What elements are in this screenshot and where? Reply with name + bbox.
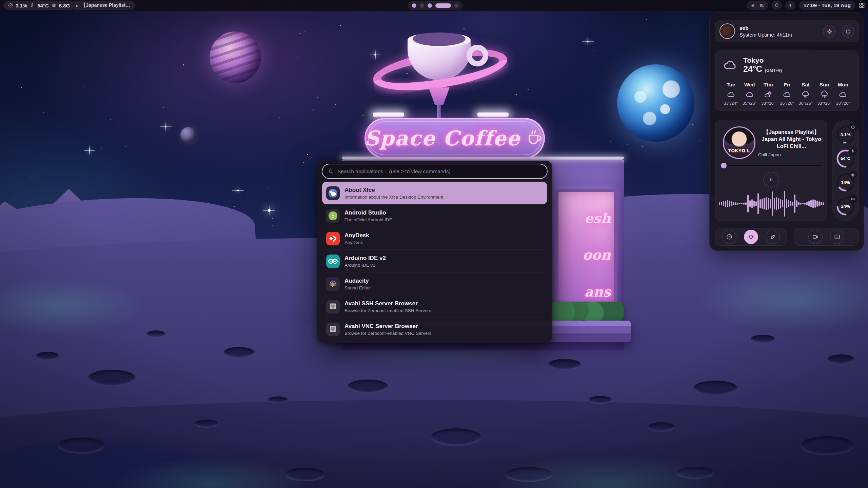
power-profile-button[interactable]: [722, 230, 736, 244]
system-tray[interactable]: [747, 1, 768, 10]
launcher-item[interactable]: Avahi SSH Server Browser Browse for Zero…: [322, 295, 547, 318]
star: [59, 66, 59, 67]
crater: [693, 381, 737, 395]
top-panel: 3.1% 54°C 6.8G 【Japanese Playlist】 J... …: [0, 0, 868, 11]
gauge-icon: [851, 149, 855, 153]
power-profile-button[interactable]: [766, 230, 780, 244]
window-neon-word: ans: [584, 284, 611, 300]
system-stats-pill[interactable]: 3.1% 54°C 6.8G: [3, 1, 74, 10]
workspace-dot[interactable]: [435, 3, 451, 8]
profile-icon: [726, 233, 733, 240]
workspace-dot[interactable]: [412, 3, 416, 8]
star: [110, 119, 111, 120]
clock-pill[interactable]: 17:09 - Tue, 19 Aug: [799, 1, 855, 10]
visualizer-bar: [768, 198, 769, 209]
forecast-day-name: Fri: [777, 82, 796, 87]
power-profile-button[interactable]: [744, 230, 758, 244]
app-list: About Xfce Information about the Xfce De…: [322, 182, 547, 341]
search-input[interactable]: [337, 168, 541, 175]
workspace-dot[interactable]: [420, 3, 424, 8]
album-art: [723, 126, 755, 159]
pause-icon: [75, 3, 79, 8]
app-launcher: About Xfce Information about the Xfce De…: [317, 161, 552, 343]
paw-tray-icon[interactable]: [750, 3, 755, 8]
workspace-dot[interactable]: [454, 3, 459, 8]
visualizer-bar: [802, 203, 804, 204]
star: [64, 127, 64, 127]
star: [43, 152, 43, 153]
neon-sign: Space Coffee: [364, 118, 545, 159]
forecast-weather-icon: [801, 90, 810, 99]
memory-usage: 6.8G: [59, 3, 70, 8]
visualizer-bar: [786, 199, 787, 208]
app-icon: [326, 255, 340, 268]
launcher-item[interactable]: About Xfce Information about the Xfce De…: [322, 182, 547, 204]
visualizer-bar: [780, 199, 781, 208]
star: [267, 114, 267, 115]
visualizer-bar: [816, 201, 818, 207]
track-title: 【Japanese Playlist】 Japan All Night - To…: [758, 128, 825, 150]
app-description: Browse for Zeroconf-enabled SSH Servers: [344, 308, 431, 313]
power-profile-buttons: [715, 228, 787, 246]
visualizer-bar: [821, 202, 822, 205]
star: [692, 124, 693, 125]
pause-icon: [768, 177, 774, 183]
crater: [58, 438, 105, 454]
app-name: Avahi VNC Server Browser: [344, 323, 432, 330]
forecast-temps: 33°/26°: [759, 101, 777, 106]
pause-button[interactable]: [764, 172, 779, 187]
star: [317, 97, 318, 98]
forecast-day-name: Mon: [834, 82, 852, 87]
star: [84, 87, 84, 88]
launcher-item[interactable]: Audacity Sound Editor: [322, 272, 547, 295]
capture-button[interactable]: [830, 230, 844, 244]
wallpaper-tray-icon[interactable]: [760, 3, 765, 8]
star: [101, 148, 102, 149]
search-bar[interactable]: [322, 164, 548, 179]
workspace-indicator[interactable]: [408, 1, 463, 10]
crater: [223, 347, 255, 358]
window-neon-word: oon: [583, 247, 611, 263]
seek-handle[interactable]: [721, 163, 727, 168]
app-name: AnyDesk: [344, 232, 369, 239]
gauge-icon: [851, 125, 855, 129]
star: [303, 162, 304, 163]
settings-button[interactable]: [823, 25, 836, 38]
star: [123, 105, 123, 106]
workspace-dot[interactable]: [428, 3, 432, 8]
visualizer-bar: [818, 201, 820, 206]
capture-button[interactable]: [808, 230, 823, 244]
star: [232, 117, 232, 117]
bell-icon: [774, 3, 780, 8]
visualizer-bar: [800, 203, 802, 205]
weather-city: Tokyo: [743, 56, 782, 64]
system-uptime: System Uptime: 4h11m: [739, 32, 818, 38]
app-icon: [326, 323, 340, 336]
seek-bar[interactable]: [721, 162, 822, 168]
launcher-item[interactable]: Arduino IDE v2 Arduino IDE v2: [322, 250, 547, 272]
roof-light: [477, 113, 509, 117]
forecast-day-name: Sat: [796, 82, 815, 87]
now-playing-pill[interactable]: 【Japanese Playlist】 J...: [71, 1, 135, 10]
forecast-weather-icon: [820, 90, 829, 99]
dashboard-grid-icon[interactable]: [859, 2, 865, 9]
cpu-temp: 54°C: [37, 3, 49, 8]
seek-track[interactable]: [727, 165, 822, 166]
visualizer-bar: [796, 200, 797, 207]
volume-button[interactable]: [785, 1, 795, 10]
power-button[interactable]: [842, 25, 854, 38]
star: [268, 187, 269, 188]
visualizer-bar: [788, 200, 789, 207]
launcher-item[interactable]: Android Studio The official Android IDE: [322, 204, 547, 227]
visualizer-bar: [794, 195, 795, 213]
track-artist: Chill Japan.: [758, 152, 825, 157]
notifications-button[interactable]: [772, 1, 782, 10]
star: [304, 32, 305, 32]
visualizer-bar: [774, 198, 775, 209]
launcher-item[interactable]: Avahi VNC Server Browser Browse for Zero…: [322, 318, 547, 341]
visualizer-bar: [719, 202, 720, 205]
forecast-day: Fri 35°/26°: [777, 82, 796, 106]
launcher-item[interactable]: AnyDesk AnyDesk: [322, 227, 547, 250]
visualizer-bar: [760, 199, 761, 208]
forecast-weather-icon: [727, 90, 735, 99]
